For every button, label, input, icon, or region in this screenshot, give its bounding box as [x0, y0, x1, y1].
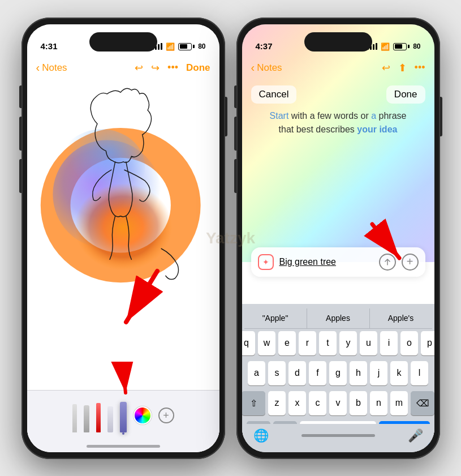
side-vol-down-button — [19, 159, 21, 193]
phone-1: 4:31 📶 80 — [21, 18, 225, 459]
key-o[interactable]: o — [400, 331, 418, 355]
back-chevron-icon-1: ‹ — [36, 61, 40, 74]
back-chevron-icon-2: ‹ — [251, 61, 255, 74]
redo-icon-1[interactable]: ↪ — [151, 62, 160, 74]
red-arrow-2 — [361, 216, 417, 272]
key-y[interactable]: y — [339, 331, 357, 355]
key-i[interactable]: i — [380, 331, 398, 355]
done-button-1[interactable]: Done — [186, 62, 210, 74]
keyboard-row-1: q w e r t y u i o p — [244, 331, 432, 355]
key-u[interactable]: u — [360, 331, 377, 355]
battery-1 — [178, 43, 195, 50]
prompt-a-word: a — [371, 111, 376, 121]
more-icon-1[interactable]: ••• — [167, 62, 178, 74]
undo-icon-2[interactable]: ↩ — [382, 62, 390, 74]
key-h[interactable]: h — [350, 361, 367, 385]
key-n[interactable]: n — [370, 391, 387, 415]
pen-red-tool[interactable] — [96, 398, 101, 432]
svg-line-9 — [372, 224, 399, 258]
drawing-canvas[interactable] — [27, 80, 219, 384]
side-mute-button — [19, 85, 21, 108]
battery-2 — [393, 43, 410, 50]
side-vol-up-button — [19, 117, 21, 151]
phone-2-screen: 4:37 📶 80 — [242, 24, 434, 452]
pencil-tool[interactable] — [72, 398, 77, 432]
marker-tool[interactable] — [84, 398, 89, 432]
suggestion-2[interactable]: Apples — [307, 308, 370, 328]
back-label-1[interactable]: Notes — [42, 62, 67, 74]
keyboard-bottom-bar: 🌐 🎤 — [242, 424, 434, 452]
ai-spark-icon: ✦ — [258, 254, 274, 270]
status-icons-2: 📶 80 — [367, 42, 420, 51]
globe-icon[interactable]: 🌐 — [253, 428, 269, 443]
status-icons-1: 📶 80 — [152, 42, 205, 51]
keyboard-row-2: a s d f g h j k l — [244, 361, 432, 385]
share-icon-2[interactable]: ⬆ — [398, 62, 407, 74]
key-w[interactable]: w — [258, 331, 275, 355]
dynamic-island-2 — [304, 32, 372, 52]
nav-back-2[interactable]: ‹ Notes — [251, 61, 282, 74]
phone-1-screen: 4:31 📶 80 — [27, 24, 219, 452]
key-l[interactable]: l — [411, 361, 428, 385]
prompt-start-word: Start — [270, 111, 289, 121]
done-button-2[interactable]: Done — [386, 85, 425, 104]
key-z[interactable]: z — [268, 391, 286, 415]
key-f[interactable]: f — [309, 361, 326, 385]
color-wheel[interactable] — [133, 406, 152, 424]
eraser-tool[interactable] — [107, 398, 113, 432]
mic-icon[interactable]: 🎤 — [408, 428, 423, 443]
nav-back-1[interactable]: ‹ Notes — [36, 61, 67, 74]
status-time-1: 4:31 — [41, 41, 58, 51]
back-label-2[interactable]: Notes — [257, 62, 282, 74]
ai-input-field[interactable]: Big green tree — [279, 257, 373, 267]
battery-pct-2: 80 — [413, 42, 420, 50]
nav-bar-2-main: ‹ Notes ↩ ⬆ ••• — [242, 55, 434, 80]
nav-right-1: ↩ ↪ ••• Done — [135, 62, 210, 74]
wifi-icon-2: 📶 — [381, 42, 390, 51]
red-arrow-1 — [101, 265, 169, 339]
side-power-button-2 — [440, 97, 442, 136]
key-p[interactable]: p — [421, 331, 434, 355]
key-v[interactable]: v — [329, 391, 347, 415]
key-g[interactable]: g — [329, 361, 347, 385]
key-delete[interactable]: ⌫ — [411, 391, 434, 415]
battery-pct-1: 80 — [198, 42, 205, 50]
key-r[interactable]: r — [299, 331, 316, 355]
key-q[interactable]: q — [242, 331, 256, 355]
prompt-your-idea: your idea — [357, 125, 397, 134]
key-c[interactable]: c — [309, 391, 326, 415]
suggestion-3[interactable]: Apple's — [370, 308, 432, 328]
suggestion-1[interactable]: "Apple" — [244, 308, 307, 328]
ai-action-bar: Cancel Done — [242, 80, 434, 109]
key-shift[interactable]: ⇧ — [242, 391, 266, 415]
key-m[interactable]: m — [390, 391, 408, 415]
side-vol-down-button-2 — [234, 159, 236, 193]
svg-line-7 — [123, 364, 126, 393]
drawing-screen: 4:31 📶 80 — [27, 24, 219, 452]
key-b[interactable]: b — [350, 391, 367, 415]
key-x[interactable]: x — [288, 391, 306, 415]
svg-line-5 — [126, 271, 157, 322]
key-d[interactable]: d — [288, 361, 306, 385]
keyboard-row-3: ⇧ z x c v b n m ⌫ — [244, 391, 432, 415]
key-e[interactable]: e — [278, 331, 296, 355]
key-s[interactable]: s — [268, 361, 286, 385]
key-j[interactable]: j — [370, 361, 387, 385]
ai-prompt-area: Start with a few words or a phrasethat b… — [242, 109, 434, 136]
phone-2: 4:37 📶 80 — [236, 18, 440, 459]
wifi-icon-1: 📶 — [166, 42, 175, 51]
more-icon-2[interactable]: ••• — [415, 62, 425, 74]
nav-right-2: ↩ ⬆ ••• — [382, 62, 425, 74]
home-indicator-1 — [87, 445, 160, 448]
add-tool-button[interactable]: + — [158, 408, 174, 423]
selected-tool[interactable] — [120, 398, 127, 432]
undo-icon-1[interactable]: ↩ — [135, 62, 143, 74]
nav-bar-1: ‹ Notes ↩ ↪ ••• Done — [27, 55, 219, 80]
key-k[interactable]: k — [390, 361, 408, 385]
cancel-button[interactable]: Cancel — [251, 85, 297, 104]
key-t[interactable]: t — [319, 331, 337, 355]
key-a[interactable]: a — [248, 361, 265, 385]
dynamic-island-1 — [89, 32, 157, 52]
side-power-button — [225, 97, 227, 136]
status-time-2: 4:37 — [256, 41, 273, 51]
